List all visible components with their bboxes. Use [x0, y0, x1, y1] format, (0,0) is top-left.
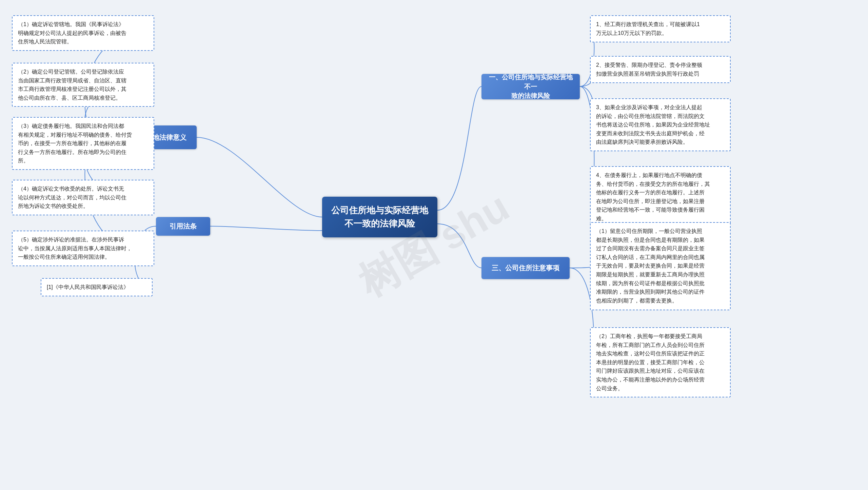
leaf-risk-1: 1、经工商行政管理机关查出，可能被课以1 万元以上10万元以下的罚款。	[590, 15, 731, 42]
canvas: 树图 shu 公司住所地与实际经营地 不一致的法律风险 二、公司住所地法律意义	[0, 0, 868, 490]
leaf-3: （3）确定债务履行地。我国民法和合同法都 有相关规定，对履行地址不明确的债务、给…	[12, 117, 154, 170]
leaf-citation: [1]《中华人民共和国民事诉讼法》	[41, 278, 153, 296]
leaf-5: （5）确定涉外诉讼的准据法。在涉外民事诉 讼中，当按属人法原则适用当事人本国法律…	[12, 231, 154, 266]
leaf-1: （1）确定诉讼管辖地。我国《民事诉讼法》 明确规定对公司法人提起的民事诉讼，由被…	[12, 15, 154, 51]
central-node: 公司住所地与实际经营地 不一致的法律风险	[322, 197, 437, 237]
leaf-risk-3: 3、如果企业涉及诉讼事项，对企业法人提起 的诉讼，由公司住所地法院管辖，而法院的…	[590, 98, 731, 151]
leaf-2: （2）确定公司登记管辖。公司登记除依法应 当由国家工商行政管理局或省、自治区、直…	[12, 63, 154, 107]
leaf-risk-2: 2、接受警告、限期办理登记、责令停业整顿 扣缴营业执照甚至吊销营业执照等行政处罚	[590, 56, 731, 83]
leaf-notice-1: （1）留意公司住所期限，一般公司营业执照 都是长期执照，但是合同也是有期限的，如…	[590, 222, 731, 310]
branch-legal-risk: 一、公司住所地与实际经营地不一 致的法律风险	[481, 74, 580, 99]
leaf-4: （4）确定诉讼文书收受的处所。诉讼文书无 论以何种方式送达，对公司而言，均以公司…	[12, 180, 154, 215]
leaf-risk-4: 4、在债务履行上，如果履行地点不明确的债 务、给付货币的，在接受交方的所在地履行…	[590, 166, 731, 228]
central-title: 公司住所地与实际经营地 不一致的法律风险	[331, 204, 428, 230]
branch-citation: 引用法条	[156, 217, 210, 236]
branch-notice: 三、公司住所注意事项	[481, 257, 570, 279]
leaf-notice-2: （2）工商年检，执照每一年都要接受工商局 年检，所有工商部门的工作人员会到公司住…	[590, 327, 731, 397]
